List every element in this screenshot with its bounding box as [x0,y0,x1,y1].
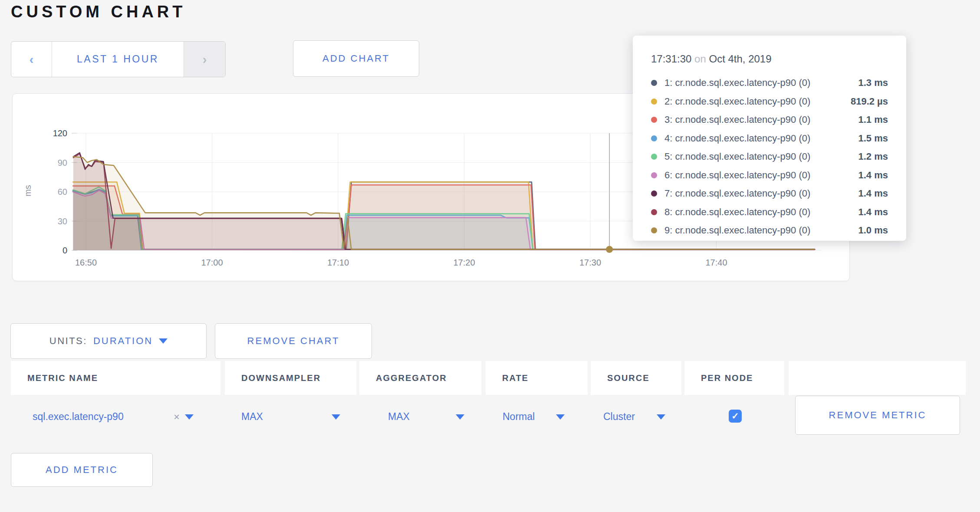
y-axis-unit-label: ms [23,185,33,197]
rate-value: Normal [503,411,535,423]
tooltip-series-label: 6: cr.node.sql.exec.latency-p90 (0) [664,170,858,181]
downsampler-value: MAX [241,411,263,423]
chevron-down-icon[interactable] [185,414,194,420]
x-tick-label: 17:00 [201,258,223,267]
chevron-left-icon: ‹ [30,52,34,67]
units-value: DURATION [93,335,153,347]
column-header-source: SOURCE [591,361,681,395]
series-color-dot-icon [651,154,657,160]
tooltip-series-label: 3: cr.node.sql.exec.latency-p90 (0) [664,114,858,125]
tooltip-series-label: 5: cr.node.sql.exec.latency-p90 (0) [664,151,858,162]
tooltip-row: 6: cr.node.sql.exec.latency-p90 (0)1.4 m… [651,166,888,185]
x-tick-label: 17:40 [705,258,727,267]
tooltip-series-label: 1: cr.node.sql.exec.latency-p90 (0) [664,77,858,89]
tooltip-series-label: 8: cr.node.sql.exec.latency-p90 (0) [664,207,858,218]
tooltip-row: 2: cr.node.sql.exec.latency-p90 (0)819.2… [651,92,888,111]
column-header-aggregator: AGGREGATOR [359,361,481,395]
remove-chart-button[interactable]: REMOVE CHART [215,323,372,359]
column-header-downsampler: DOWNSAMPLER [225,361,356,395]
per-node-checkbox[interactable]: ✓ [729,410,742,423]
units-label: UNITS: [49,335,87,347]
x-tick-label: 16:50 [75,258,97,267]
y-tick-label: 0 [62,246,67,255]
tooltip-series-value: 1.1 ms [858,114,888,125]
x-tick-label: 17:10 [327,258,349,267]
aggregator-value: MAX [388,411,410,423]
tooltip-row: 4: cr.node.sql.exec.latency-p90 (0)1.5 m… [651,129,888,148]
page-title: CUSTOM CHART [11,3,186,21]
tooltip-series-value: 819.2 µs [851,96,888,107]
tooltip-series-label: 9: cr.node.sql.exec.latency-p90 (0) [664,225,858,236]
close-icon[interactable]: × [174,411,180,423]
series-color-dot-icon [651,209,657,215]
tooltip-series-value: 1.3 ms [858,77,888,89]
rate-dropdown[interactable]: Normal [503,411,565,423]
tooltip-series-value: 1.4 ms [858,170,888,181]
add-metric-button[interactable]: ADD METRIC [11,453,153,487]
time-range-next-button[interactable]: › [184,42,225,77]
x-tick-label: 17:20 [453,258,475,267]
add-chart-button[interactable]: ADD CHART [293,40,419,77]
time-range-button[interactable]: LAST 1 HOUR [52,42,184,77]
chevron-down-icon [657,414,665,420]
series-color-dot-icon [651,172,657,178]
tooltip-series-value: 1.0 ms [858,225,888,236]
chevron-down-icon [456,414,464,420]
remove-metric-button[interactable]: REMOVE METRIC [795,396,960,435]
tooltip-time: 17:31:30 [651,53,691,65]
column-header-per-node: PER NODE [684,361,784,395]
tooltip-row: 7: cr.node.sql.exec.latency-p90 (0)1.4 m… [651,184,888,203]
tooltip-row: 9: cr.node.sql.exec.latency-p90 (0)1.0 m… [651,221,888,240]
series-color-dot-icon [651,117,657,123]
tooltip-header: 17:31:30 on Oct 4th, 2019 [651,53,888,65]
tooltip-row: 1: cr.node.sql.exec.latency-p90 (0)1.3 m… [651,74,888,92]
chevron-right-icon: › [203,52,207,67]
source-dropdown[interactable]: Cluster [603,411,665,423]
chart-hover-tooltip: 17:31:30 on Oct 4th, 2019 1: cr.node.sql… [633,36,906,241]
series-color-dot-icon [651,135,657,141]
tooltip-series-value: 1.4 ms [858,188,888,199]
series-color-dot-icon [651,190,657,197]
aggregator-dropdown[interactable]: MAX [388,411,464,423]
tooltip-series-label: 4: cr.node.sql.exec.latency-p90 (0) [664,133,858,144]
downsampler-dropdown[interactable]: MAX [241,411,340,423]
column-header-rate: RATE [486,361,588,395]
tooltip-series-value: 1.5 ms [858,133,888,144]
chevron-down-icon [159,338,168,344]
tooltip-series-value: 1.4 ms [858,207,888,218]
table-row-metric-name[interactable]: sql.exec.latency-p90 [33,411,124,423]
time-range-widget: ‹ LAST 1 HOUR › [11,41,226,77]
units-dropdown[interactable]: UNITS: DURATION [10,323,207,359]
metric-remove-x[interactable]: × [174,411,194,423]
column-header-metric-name: METRIC NAME [11,361,220,395]
column-header-actions [789,361,966,395]
chevron-down-icon [332,414,340,420]
y-tick-label: 120 [53,128,67,138]
y-tick-label: 90 [58,158,67,167]
tooltip-series-label: 7: cr.node.sql.exec.latency-p90 (0) [664,188,858,199]
time-range-prev-button[interactable]: ‹ [11,42,52,77]
tooltip-row: 5: cr.node.sql.exec.latency-p90 (0)1.2 m… [651,148,888,166]
y-tick-label: 30 [58,217,67,226]
tooltip-rows: 1: cr.node.sql.exec.latency-p90 (0)1.3 m… [651,74,888,240]
chevron-down-icon [556,414,565,420]
y-tick-label: 60 [58,187,67,197]
tooltip-series-value: 1.2 ms [858,151,888,162]
tooltip-row: 3: cr.node.sql.exec.latency-p90 (0)1.1 m… [651,111,888,129]
hover-point-dot [606,246,613,253]
x-tick-label: 17:30 [579,258,601,267]
source-value: Cluster [603,411,635,423]
tooltip-series-label: 2: cr.node.sql.exec.latency-p90 (0) [664,96,851,107]
tooltip-row: 8: cr.node.sql.exec.latency-p90 (0)1.4 m… [651,203,888,222]
series-color-dot-icon [651,98,657,105]
series-color-dot-icon [651,227,657,233]
metric-name-value[interactable]: sql.exec.latency-p90 [33,411,124,423]
check-icon: ✓ [731,411,739,421]
series-color-dot-icon [651,80,657,86]
